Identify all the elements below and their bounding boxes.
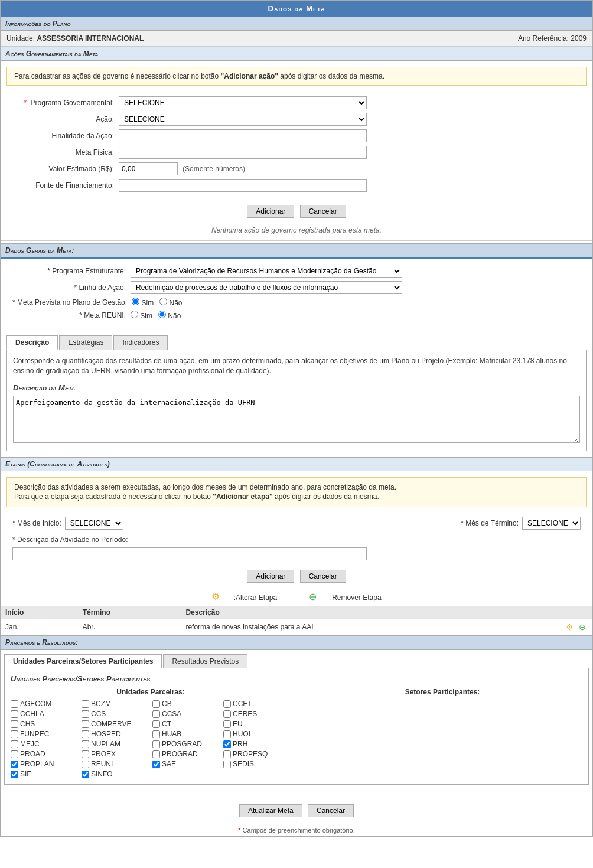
checkbox-sedis[interactable]: [223, 761, 231, 768]
acoes-form: * Programa Governamental: SELECIONE Ação…: [1, 92, 592, 200]
checkbox-propesq[interactable]: [223, 750, 231, 758]
setores-header: Setores Participantes:: [302, 688, 582, 696]
checkbox-hosped[interactable]: [82, 730, 89, 738]
checkbox-label-ccet: CCET: [233, 700, 252, 708]
checkbox-item: AGECOM: [11, 700, 78, 708]
parceiros-tabs-header: Unidades Parceiras/Setores Participantes…: [1, 652, 592, 668]
col-descricao: Descrição: [181, 606, 559, 619]
checkbox-chs[interactable]: [11, 720, 18, 728]
parceiros-content: Unidades Parceiras/Setores Participantes…: [4, 668, 589, 785]
checkbox-ccsa[interactable]: [152, 710, 160, 718]
checkbox-label-proad: PROAD: [20, 750, 45, 758]
edit-etapa-btn[interactable]: ⚙: [564, 622, 575, 632]
checkbox-sae[interactable]: [152, 761, 160, 768]
desc-atividade-input[interactable]: [12, 547, 367, 560]
adicionar-etapa-btn[interactable]: Adicionar: [247, 570, 294, 583]
meta-reuni-nao-label: Não: [158, 311, 181, 320]
meta-reuni-sim-label: Sim: [131, 311, 152, 320]
checkbox-eu[interactable]: [223, 720, 231, 728]
acoes-btn-row: Adicionar Cancelar: [1, 200, 592, 223]
delete-etapa-btn[interactable]: ⊖: [577, 622, 588, 632]
checkbox-item: PPOSGRAD: [152, 740, 220, 748]
checkbox-comperve[interactable]: [82, 720, 89, 728]
checkbox-ct[interactable]: [152, 720, 160, 728]
parceiros-inner-title: Unidades Parceiras/Setores Participantes: [11, 674, 582, 683]
fonte-input[interactable]: [119, 179, 367, 192]
alterar-remover-row: ⚙ :Alterar Etapa ⊖ :Remover Etapa: [1, 588, 592, 606]
meta-prevista-nao-radio[interactable]: [159, 298, 167, 305]
cancelar-acao-btn[interactable]: Cancelar: [300, 205, 346, 218]
checkbox-bczm[interactable]: [82, 700, 89, 708]
checkbox-agecom[interactable]: [11, 700, 18, 708]
checkbox-proplan[interactable]: [11, 761, 18, 768]
checkbox-funpec[interactable]: [11, 730, 18, 738]
checkbox-reuni[interactable]: [82, 761, 89, 768]
row-actions: ⚙ ⊖: [559, 619, 592, 635]
etapas-notice-line2: Para que a etapa seja cadastrada é neces…: [14, 492, 379, 501]
section-acoes-governamentais: Ações Governamentais da Meta: [1, 47, 592, 61]
linha-acao-select[interactable]: Redefinição de processos de trabalho e d…: [131, 281, 402, 294]
section-informacoes-plano: Informações do Plano: [1, 17, 592, 31]
checkbox-cb[interactable]: [152, 700, 160, 708]
checkbox-proad[interactable]: [11, 750, 18, 758]
checkbox-sinfo[interactable]: [82, 771, 89, 778]
cancelar-bottom-btn[interactable]: Cancelar: [308, 804, 354, 817]
checkbox-item: REUNI: [82, 760, 149, 768]
checkbox-mejc[interactable]: [11, 740, 18, 748]
meta-reuni-nao-radio[interactable]: [158, 311, 166, 318]
checkbox-label-nuplam: NUPLAM: [91, 740, 120, 748]
meta-reuni-sim-radio[interactable]: [131, 311, 138, 318]
required-star: *: [24, 99, 27, 107]
setores-col: Setores Participantes:: [302, 688, 582, 778]
meta-prevista-sim-radio[interactable]: [132, 298, 139, 305]
year-value: 2009: [571, 34, 587, 43]
checkbox-prh[interactable]: [223, 740, 231, 748]
checkbox-prograd[interactable]: [152, 750, 160, 758]
checkbox-item: PROPLAN: [11, 760, 78, 768]
acao-select[interactable]: SELECIONE: [119, 113, 367, 126]
checkbox-label-mejc: MEJC: [20, 740, 40, 748]
etapas-btn-row: Adicionar Cancelar: [1, 565, 592, 588]
checkbox-item: CT: [152, 720, 220, 728]
checkbox-sie[interactable]: [11, 771, 18, 778]
checkbox-ccs[interactable]: [82, 710, 89, 718]
checkbox-label-sinfo: SINFO: [91, 770, 113, 778]
cancelar-etapa-btn[interactable]: Cancelar: [300, 570, 346, 583]
mes-termino-select[interactable]: SELECIONE: [522, 517, 581, 530]
tab-estrategias[interactable]: Estratégias: [59, 335, 112, 350]
checkbox-huab[interactable]: [152, 730, 160, 738]
unidades-grid: Unidades Parceiras: AGECOMBCZMCBCCETCCHL…: [11, 688, 582, 778]
tab-unidades-parceiras[interactable]: Unidades Parceiras/Setores Participantes: [4, 654, 162, 668]
programa-estruturante-select[interactable]: Programa de Valorização de Recursos Huma…: [131, 265, 402, 278]
checkbox-pposgrad[interactable]: [152, 740, 160, 748]
unidades-col: Unidades Parceiras: AGECOMBCZMCBCCETCCHL…: [11, 688, 291, 778]
checkbox-item: CERES: [223, 710, 291, 718]
checkbox-huol[interactable]: [223, 730, 231, 738]
checkbox-nuplam[interactable]: [82, 740, 89, 748]
checkbox-ccet[interactable]: [223, 700, 231, 708]
year-label: Ano Referência:: [518, 34, 569, 43]
section-parceiros: Parceiros e Resultados:: [1, 635, 592, 650]
programa-select[interactable]: SELECIONE: [119, 96, 367, 109]
meta-prevista-row: * Meta Prevista no Plano de Gestão: Sim …: [12, 298, 581, 307]
descricao-sub-title: Descrição da Meta: [13, 383, 580, 392]
mes-inicio-select[interactable]: SELECIONE: [65, 517, 123, 530]
checkbox-proex[interactable]: [82, 750, 89, 758]
atualizar-meta-btn[interactable]: Atualizar Meta: [239, 804, 302, 817]
tab-descricao[interactable]: Descrição: [6, 335, 58, 350]
meta-fisica-label: Meta Física:: [12, 148, 119, 156]
checkbox-item: PROEX: [82, 750, 149, 758]
meta-prevista-label: * Meta Prevista no Plano de Gestão:: [12, 298, 132, 306]
finalidade-input[interactable]: [119, 129, 367, 142]
checkbox-item: HUAB: [152, 730, 220, 738]
tab-resultados-previstos[interactable]: Resultados Previstos: [163, 654, 247, 668]
checkbox-cchla[interactable]: [11, 710, 18, 718]
adicionar-acao-btn[interactable]: Adicionar: [247, 205, 294, 218]
checkbox-label-reuni: REUNI: [91, 760, 113, 768]
checkbox-item: SEDIS: [223, 760, 291, 768]
meta-descricao-textarea[interactable]: Aperfeiçoamento da gestão da internacion…: [13, 396, 580, 443]
valor-input[interactable]: [119, 162, 178, 175]
meta-fisica-input[interactable]: [119, 146, 367, 159]
tab-indicadores[interactable]: Indicadores: [113, 335, 168, 350]
checkbox-ceres[interactable]: [223, 710, 231, 718]
